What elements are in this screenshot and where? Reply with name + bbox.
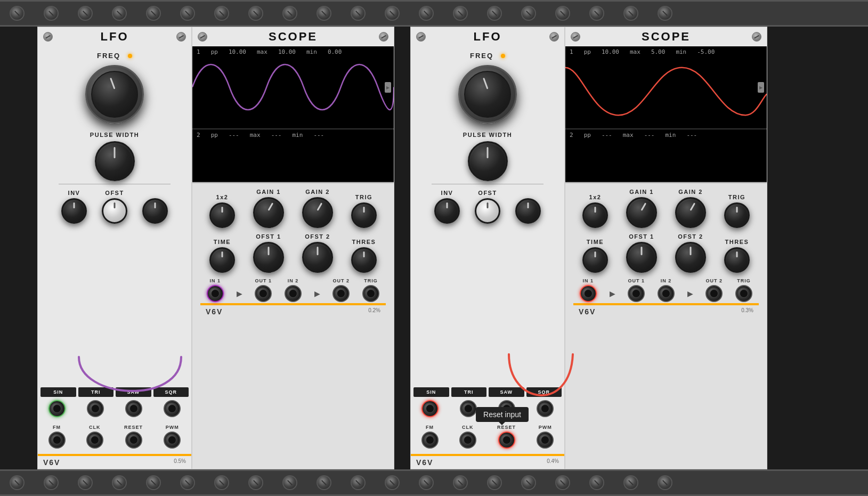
left-lfo-freq-knob[interactable] bbox=[85, 65, 144, 124]
right-lfo-tri-jack[interactable] bbox=[460, 400, 477, 417]
left-scope-in2-jack[interactable] bbox=[285, 285, 302, 302]
right-scope-trig-jack[interactable] bbox=[735, 285, 752, 302]
right-lfo-inv-knob[interactable] bbox=[434, 198, 460, 224]
left-lfo-ofst-knob[interactable] bbox=[102, 198, 127, 224]
left-lfo-labels-row2: FM CLK RESET PWM bbox=[38, 425, 191, 449]
right-scope-gain2-knob[interactable] bbox=[675, 197, 706, 228]
right-scope-controls: 1x2 GAIN 1 GAIN 2 bbox=[565, 182, 767, 469]
right-lfo-sqr-btn[interactable]: SQR bbox=[526, 387, 562, 397]
rack-bolt bbox=[248, 6, 263, 21]
right-scope-ofst2-knob[interactable] bbox=[675, 242, 706, 273]
rack-bolt bbox=[419, 6, 434, 21]
right-scope-ofst1-knob[interactable] bbox=[626, 242, 657, 273]
left-lfo-sin-btn[interactable]: SIN bbox=[40, 387, 76, 397]
right-scope-trig-knob[interactable] bbox=[724, 202, 750, 228]
right-scope-title: SCOPE bbox=[580, 30, 752, 44]
left-scope-trig-knob[interactable] bbox=[351, 202, 377, 228]
right-lfo-ofst-knob[interactable] bbox=[475, 198, 500, 224]
left-scope-trig-jack[interactable] bbox=[362, 285, 379, 302]
right-lfo-reset-jack[interactable] bbox=[498, 432, 515, 449]
right-scope-1x2-knob[interactable] bbox=[582, 202, 608, 228]
left-scope-1x2-knob[interactable] bbox=[209, 202, 235, 228]
left-scope-ch2-pp: pp bbox=[211, 132, 218, 139]
left-lfo-sqr-jack[interactable] bbox=[164, 400, 181, 417]
left-lfo-inv-container: INV bbox=[61, 190, 87, 224]
right-lfo-sin-btn[interactable]: SIN bbox=[413, 387, 449, 397]
right-lfo-freq-knob[interactable] bbox=[458, 65, 517, 124]
left-lfo-reset-jack[interactable] bbox=[125, 432, 142, 449]
left-scope-in1-jack[interactable] bbox=[207, 285, 224, 302]
left-scope-thres-knob[interactable] bbox=[351, 247, 377, 273]
right-lfo-clk-jack[interactable] bbox=[459, 432, 476, 449]
left-scope-out2-jack[interactable] bbox=[332, 285, 350, 302]
right-lfo-sqr-jack[interactable] bbox=[537, 400, 554, 417]
left-lfo-sqr-btn[interactable]: SQR bbox=[153, 387, 189, 397]
left-lfo-inv-knob[interactable] bbox=[61, 198, 87, 224]
left-lfo-saw-jack[interactable] bbox=[125, 400, 142, 417]
right-scope-gain1-knob[interactable] bbox=[626, 197, 657, 228]
left-lfo-waveform-buttons: SIN TRI SAW SQR bbox=[38, 387, 191, 397]
left-scope-in2-label: IN 2 bbox=[288, 278, 299, 283]
right-lfo-sin-jack[interactable] bbox=[421, 400, 439, 417]
right-scope-ch2-info: 2 pp --- max --- min --- bbox=[570, 132, 697, 139]
left-scope-out1-jack[interactable] bbox=[255, 285, 272, 302]
right-lfo-extra1-knob[interactable] bbox=[515, 198, 541, 224]
left-scope-ofst2-knob[interactable] bbox=[302, 242, 333, 273]
right-lfo-pwm-group: PWM bbox=[537, 425, 554, 449]
left-scope-trig-label: TRIG bbox=[355, 194, 372, 200]
right-scope-1x2-label: 1x2 bbox=[589, 194, 602, 200]
right-scope-thres-knob[interactable] bbox=[724, 247, 750, 273]
right-lfo-saw-btn[interactable]: SAW bbox=[489, 387, 524, 397]
right-scope-ch1: 1 pp 10.00 max 5.00 min -5.00 ▶ bbox=[565, 46, 767, 129]
right-scope-ch2-num: 2 bbox=[570, 132, 573, 139]
left-scope-out1-label: OUT 1 bbox=[255, 278, 272, 283]
right-scope-in1-jack[interactable] bbox=[580, 285, 597, 302]
right-scope-in1-label: IN 1 bbox=[583, 278, 594, 283]
left-scope-time-knob[interactable] bbox=[209, 247, 235, 273]
right-scope-ch1-handle[interactable]: ▶ bbox=[758, 82, 764, 93]
rack-bolt bbox=[385, 6, 400, 21]
right-lfo-pw-knob[interactable] bbox=[468, 141, 508, 181]
left-scope-in2-group: IN 2 bbox=[285, 278, 302, 302]
right-lfo-reset-label: RESET bbox=[497, 425, 516, 430]
right-scope-time-knob[interactable] bbox=[582, 247, 608, 273]
left-lfo-tri-btn[interactable]: TRI bbox=[78, 387, 114, 397]
left-lfo-saw-btn[interactable]: SAW bbox=[116, 387, 151, 397]
left-scope-gain2-knob[interactable] bbox=[302, 197, 333, 228]
left-scope-ch1-handle[interactable]: ▶ bbox=[385, 82, 391, 93]
right-scope-ch2-maxlabel: max bbox=[623, 132, 634, 139]
rack-bolt bbox=[658, 475, 672, 490]
right-lfo-fm-jack[interactable] bbox=[421, 432, 439, 449]
left-lfo-pw-knob[interactable] bbox=[95, 141, 135, 181]
right-scope-in2-jack[interactable] bbox=[658, 285, 675, 302]
left-lfo-ofst-container: OFST bbox=[102, 190, 127, 224]
left-scope-time-container: TIME bbox=[209, 239, 235, 273]
right-lfo-pwm-jack[interactable] bbox=[537, 432, 554, 449]
right-lfo-saw-jack[interactable] bbox=[498, 400, 515, 417]
rack-bolt bbox=[112, 475, 127, 490]
module-gap bbox=[394, 27, 410, 469]
left-scope-1x2-container: 1x2 bbox=[209, 194, 235, 228]
rack-bolt bbox=[10, 475, 25, 490]
left-scope-out2-label: OUT 2 bbox=[333, 278, 350, 283]
left-scope-gain1-knob[interactable] bbox=[253, 197, 284, 228]
left-scope-ch2-maxlabel: max bbox=[250, 132, 261, 139]
left-lfo-fm-jack[interactable] bbox=[48, 432, 66, 449]
left-lfo-sin-jack[interactable] bbox=[48, 400, 66, 417]
left-lfo-small-knobs: INV OFST bbox=[48, 187, 181, 226]
right-scope-out1-jack[interactable] bbox=[628, 285, 645, 302]
right-lfo-tri-btn[interactable]: TRI bbox=[451, 387, 487, 397]
left-scope-ofst1-knob[interactable] bbox=[253, 242, 284, 273]
left-scope-ofst1-container: OFST 1 bbox=[253, 233, 284, 273]
right-scope-thres-container: THRES bbox=[724, 239, 750, 273]
rack-bolt bbox=[146, 475, 161, 490]
left-lfo-extra1-knob[interactable] bbox=[142, 198, 168, 224]
left-lfo-clk-jack[interactable] bbox=[86, 432, 103, 449]
rack-bolt bbox=[623, 6, 638, 21]
right-scope-out2-jack[interactable] bbox=[705, 285, 723, 302]
left-lfo-pwm-jack[interactable] bbox=[164, 432, 181, 449]
rack-bolt bbox=[521, 475, 536, 490]
right-lfo-pw-label: PULSE WIDTH bbox=[463, 132, 512, 138]
left-lfo-jacks-row bbox=[38, 400, 191, 417]
left-lfo-tri-jack[interactable] bbox=[87, 400, 104, 417]
